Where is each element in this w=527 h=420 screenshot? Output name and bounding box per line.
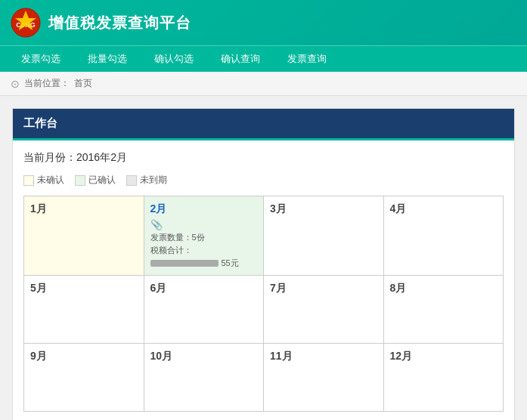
cal-cell-mar[interactable]: 3月 — [264, 196, 384, 276]
legend-label-unconfirmed: 未确认 — [37, 174, 64, 187]
workbench-body: 当前月份：2016年2月 未确认 已确认 未到期 — [13, 141, 514, 420]
cal-cell-feb[interactable]: 2月 📎 发票数量：5份 税额合计： 55元 — [144, 196, 265, 276]
cal-cell-sep[interactable]: 9月 — [24, 344, 144, 412]
cal-label-aug: 8月 — [390, 282, 498, 295]
nav-item-confirm-select[interactable]: 确认勾选 — [141, 46, 207, 72]
cal-label-mar: 3月 — [270, 202, 377, 216]
current-month-label: 当前月份：2016年2月 — [23, 151, 504, 165]
cal-label-oct: 10月 — [150, 350, 258, 363]
redacted-amount — [150, 260, 219, 267]
calendar-grid: 1月 2月 📎 发票数量：5份 税额合计： — [23, 196, 504, 412]
cal-label-may: 5月 — [30, 282, 138, 295]
workbench-header: 工作台 — [13, 109, 514, 141]
workbench-panel: 工作台 当前月份：2016年2月 未确认 已确认 未到期 — [12, 108, 515, 420]
cal-cell-jul[interactable]: 7月 — [264, 276, 384, 344]
cal-cell-may[interactable]: 5月 — [24, 276, 144, 344]
navbar: 发票勾选 批量勾选 确认勾选 确认查询 发票查询 — [0, 45, 527, 72]
cal-cell-dec[interactable]: 12月 — [384, 344, 504, 412]
legend-label-not-due: 未到期 — [140, 174, 167, 187]
app-title: 增值税发票查询平台 — [48, 13, 191, 33]
cal-cell-jan[interactable]: 1月 — [24, 196, 144, 276]
main-content: 工作台 当前月份：2016年2月 未确认 已确认 未到期 — [0, 96, 527, 420]
cal-cell-jun[interactable]: 6月 — [144, 276, 265, 344]
cal-label-jun: 6月 — [150, 282, 258, 295]
cal-label-sep: 9月 — [30, 350, 138, 363]
breadcrumb-prefix: 当前位置： — [24, 77, 70, 90]
cal-cell-aug[interactable]: 8月 — [384, 276, 504, 344]
legend-box-unconfirmed — [23, 175, 34, 186]
legend-label-confirmed: 已确认 — [88, 174, 116, 187]
cal-label-jan: 1月 — [30, 202, 138, 216]
legend-confirmed: 已确认 — [75, 174, 116, 187]
cal-cell-oct[interactable]: 10月 — [144, 344, 265, 412]
legend-box-confirmed — [75, 175, 85, 186]
workbench-title: 工作台 — [23, 116, 57, 129]
invoice-count: 发票数量：5份 — [150, 232, 258, 243]
nav-item-batch-select[interactable]: 批量勾选 — [74, 46, 141, 72]
nav-item-invoice-query[interactable]: 发票查询 — [274, 46, 340, 72]
legend-unconfirmed: 未确认 — [23, 174, 64, 187]
cal-detail-feb: 📎 发票数量：5份 税额合计： 55元 — [150, 219, 258, 269]
legend-box-not-due — [126, 175, 137, 186]
nav-item-confirm-query[interactable]: 确认查询 — [207, 46, 274, 72]
page-header: CoNG 增值税发票查询平台 — [0, 0, 527, 45]
tax-amount-value: 55元 — [150, 258, 258, 269]
legend-not-due: 未到期 — [126, 174, 167, 187]
breadcrumb-page: 首页 — [74, 77, 92, 90]
cal-cell-nov[interactable]: 11月 — [264, 344, 384, 412]
logo: CoNG — [11, 8, 41, 38]
location-icon: ⊙ — [11, 78, 20, 90]
cal-cell-apr[interactable]: 4月 — [384, 196, 504, 276]
cal-label-feb: 2月 — [150, 202, 258, 216]
cal-label-jul: 7月 — [270, 282, 377, 295]
cal-label-dec: 12月 — [390, 350, 498, 363]
cal-label-nov: 11月 — [270, 350, 377, 363]
cal-label-apr: 4月 — [390, 202, 498, 216]
pin-icon: 📎 — [150, 219, 163, 230]
nav-item-invoice-select[interactable]: 发票勾选 — [8, 46, 74, 72]
breadcrumb: ⊙ 当前位置： 首页 — [0, 72, 527, 96]
legend: 未确认 已确认 未到期 — [23, 174, 504, 187]
tax-amount: 税额合计： — [150, 245, 258, 256]
